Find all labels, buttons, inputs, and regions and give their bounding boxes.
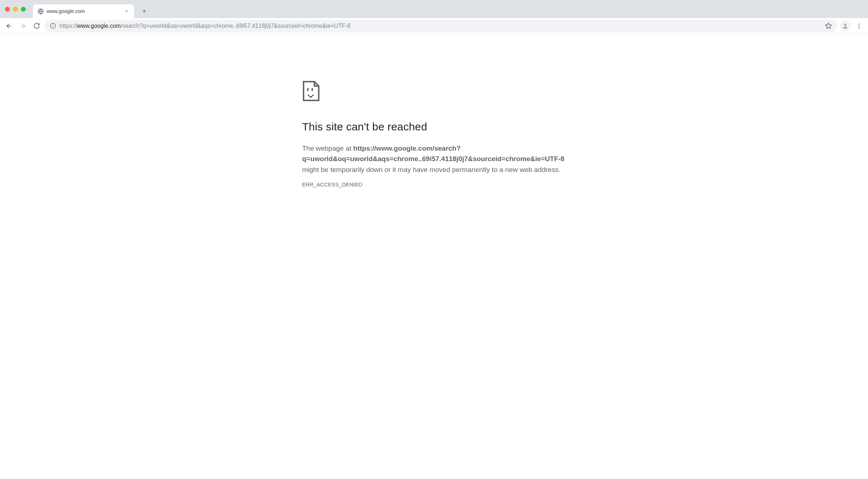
site-info-icon[interactable] — [50, 23, 56, 29]
error-heading: This site can't be reached — [302, 121, 566, 133]
page-content: This site can't be reached The webpage a… — [0, 34, 868, 187]
toolbar-right-icons — [840, 21, 864, 31]
svg-point-5 — [859, 23, 860, 25]
error-code: ERR_ACCESS_DENIED — [302, 181, 566, 187]
back-button[interactable] — [4, 21, 14, 31]
error-container: This site can't be reached The webpage a… — [302, 81, 566, 187]
error-desc-suffix: might be temporarily down or it may have… — [302, 166, 560, 173]
reload-button[interactable] — [31, 21, 42, 31]
url-scheme: https:// — [60, 23, 77, 29]
error-description: The webpage at https://www.google.com/se… — [302, 143, 566, 175]
tab-close-button[interactable] — [123, 8, 130, 14]
browser-tab[interactable]: www.google.com — [33, 4, 134, 18]
svg-point-4 — [844, 24, 846, 26]
svg-rect-12 — [312, 95, 314, 96]
address-bar[interactable]: https://www.google.com/search?q=uworld&o… — [45, 20, 837, 32]
svg-rect-8 — [307, 88, 309, 91]
window-controls — [5, 0, 33, 18]
svg-rect-9 — [311, 88, 313, 91]
url-host: www.google.com — [77, 23, 121, 29]
svg-point-6 — [859, 25, 860, 26]
window-close-button[interactable] — [5, 7, 10, 12]
error-desc-prefix: The webpage at — [302, 144, 353, 152]
new-tab-button[interactable] — [138, 5, 150, 17]
url-path: /search?q=uworld&oq=uworld&aqs=chrome..6… — [121, 23, 350, 29]
bookmark-star-icon[interactable] — [825, 22, 832, 29]
globe-icon — [37, 8, 44, 14]
browser-toolbar: https://www.google.com/search?q=uworld&o… — [0, 18, 868, 34]
svg-rect-11 — [309, 96, 312, 98]
sad-document-icon — [302, 81, 566, 103]
profile-avatar-button[interactable] — [840, 21, 851, 31]
url-text: https://www.google.com/search?q=uworld&o… — [60, 23, 821, 29]
tab-title: www.google.com — [47, 8, 120, 14]
svg-rect-10 — [308, 95, 309, 96]
svg-marker-3 — [826, 23, 832, 29]
window-maximize-button[interactable] — [21, 7, 26, 12]
chrome-menu-button[interactable] — [854, 21, 864, 31]
forward-button[interactable] — [17, 21, 28, 31]
window-minimize-button[interactable] — [13, 7, 18, 12]
svg-point-7 — [859, 27, 860, 28]
tab-strip: www.google.com — [0, 0, 868, 18]
svg-point-2 — [53, 25, 53, 25]
